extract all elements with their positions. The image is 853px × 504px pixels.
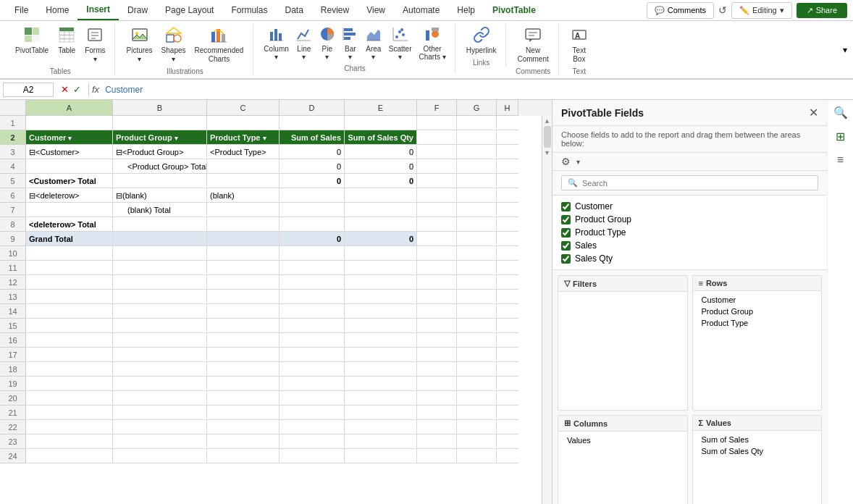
- comments-button[interactable]: 💬 Comments: [647, 2, 714, 19]
- cell-f4[interactable]: [417, 159, 457, 174]
- cancel-formula-icon[interactable]: ✕: [61, 84, 69, 95]
- row-header-13[interactable]: 13: [0, 290, 26, 304]
- cell-a2[interactable]: Customer ▾: [26, 130, 113, 145]
- pivot-panel-close-button[interactable]: ✕: [809, 106, 818, 119]
- row-header-10[interactable]: 10: [0, 246, 26, 261]
- pivot-row-item-customer[interactable]: Customer: [699, 294, 816, 306]
- cell-c4[interactable]: [207, 159, 280, 174]
- cell-c2[interactable]: Product Type ▾: [207, 130, 280, 145]
- pivot-area-filters-body[interactable]: [558, 292, 687, 324]
- cell-f6[interactable]: [417, 188, 457, 203]
- pivot-value-item-sum-sales-qty[interactable]: Sum of Sales Qty: [699, 445, 816, 457]
- list-side-icon[interactable]: ≡: [837, 154, 844, 167]
- field-checkbox-sales[interactable]: [561, 241, 571, 251]
- undo-icon[interactable]: ↺: [718, 4, 727, 16]
- line-chart-button[interactable]: Line▾: [293, 24, 315, 63]
- text-box-button[interactable]: A TextBox: [566, 24, 592, 66]
- cell-f9[interactable]: [417, 232, 457, 246]
- cell-b9[interactable]: [113, 232, 207, 246]
- cell-h3[interactable]: [497, 145, 518, 159]
- table-button[interactable]: Table: [54, 24, 80, 57]
- pivot-column-item-values[interactable]: Values: [564, 434, 681, 446]
- row-header-21[interactable]: 21: [0, 406, 26, 420]
- cell-g5[interactable]: [457, 174, 497, 188]
- cell-f2[interactable]: [417, 130, 457, 145]
- cell-g4[interactable]: [457, 159, 497, 174]
- cell-d3[interactable]: 0: [280, 145, 345, 159]
- row-header-2[interactable]: 2: [0, 130, 26, 145]
- cell-e4[interactable]: 0: [345, 159, 417, 174]
- tab-draw[interactable]: Draw: [119, 1, 156, 20]
- tab-insert[interactable]: Insert: [77, 0, 119, 20]
- cell-g3[interactable]: [457, 145, 497, 159]
- cell-f5[interactable]: [417, 174, 457, 188]
- cell-b8[interactable]: [113, 217, 207, 232]
- cell-b6[interactable]: ⊟(blank): [113, 188, 207, 203]
- row-header-12[interactable]: 12: [0, 275, 26, 290]
- pie-chart-button[interactable]: Pie▾: [316, 24, 338, 63]
- cell-d9[interactable]: 0: [280, 232, 345, 246]
- pivot-settings-arrow-icon[interactable]: ▾: [576, 158, 580, 166]
- cell-c3[interactable]: <Product Type>: [207, 145, 280, 159]
- row-header-4[interactable]: 4: [0, 159, 26, 174]
- cell-c7[interactable]: [207, 203, 280, 217]
- cell-h9[interactable]: [497, 232, 518, 246]
- cell-a6[interactable]: ⊟<deleterow>: [26, 188, 113, 203]
- cell-h4[interactable]: [497, 159, 518, 174]
- cell-e1[interactable]: [345, 116, 417, 130]
- cell-e5[interactable]: 0: [345, 174, 417, 188]
- cell-e3[interactable]: 0: [345, 145, 417, 159]
- cell-a5[interactable]: <Customer> Total: [26, 174, 113, 188]
- tab-pivottable[interactable]: PivotTable: [484, 1, 545, 20]
- cell-c5[interactable]: [207, 174, 280, 188]
- scroll-thumb-v[interactable]: [544, 126, 551, 148]
- column-chart-button[interactable]: Column▾: [261, 24, 291, 63]
- cell-a4[interactable]: [26, 159, 113, 174]
- row-header-15[interactable]: 15: [0, 319, 26, 333]
- cell-h5[interactable]: [497, 174, 518, 188]
- scroll-down-icon[interactable]: ▼: [544, 149, 550, 156]
- share-button[interactable]: ↗ Share: [797, 3, 847, 18]
- cell-g6[interactable]: [457, 188, 497, 203]
- row-header-5[interactable]: 5: [0, 174, 26, 188]
- cell-b5[interactable]: [113, 174, 207, 188]
- cell-d2[interactable]: Sum of Sales: [280, 130, 345, 145]
- cell-h2[interactable]: [497, 130, 518, 145]
- hyperlink-button[interactable]: Hyperlink: [463, 24, 500, 57]
- other-charts-button[interactable]: OtherCharts ▾: [416, 24, 449, 63]
- cell-c1[interactable]: [207, 116, 280, 130]
- formula-input[interactable]: Customer: [102, 83, 850, 96]
- cell-c8[interactable]: [207, 217, 280, 232]
- cell-a9[interactable]: Grand Total: [26, 232, 113, 246]
- tab-automate[interactable]: Automate: [394, 1, 448, 20]
- new-comment-button[interactable]: NewComment: [513, 24, 552, 66]
- cell-c9[interactable]: [207, 232, 280, 246]
- field-checkbox-product-type[interactable]: [561, 228, 571, 238]
- col-header-f[interactable]: F: [417, 100, 457, 116]
- row-header-23[interactable]: 23: [0, 434, 26, 449]
- vertical-scrollbar[interactable]: ▲ ▼: [542, 116, 552, 504]
- pictures-button[interactable]: Pictures▾: [122, 24, 156, 66]
- scroll-up-icon[interactable]: ▲: [544, 117, 550, 125]
- row-header-14[interactable]: 14: [0, 304, 26, 319]
- cell-d6[interactable]: [280, 188, 345, 203]
- pivot-row-item-product-group[interactable]: Product Group: [699, 306, 816, 317]
- cell-e7[interactable]: [345, 203, 417, 217]
- cell-e6[interactable]: [345, 188, 417, 203]
- pivottable-button[interactable]: PivotTable: [12, 24, 52, 57]
- shapes-button[interactable]: Shapes▾: [158, 24, 190, 66]
- cell-a1[interactable]: [26, 116, 113, 130]
- tab-data[interactable]: Data: [276, 1, 311, 20]
- cell-d1[interactable]: [280, 116, 345, 130]
- cell-h6[interactable]: [497, 188, 518, 203]
- row-header-16[interactable]: 16: [0, 333, 26, 348]
- col-header-a[interactable]: A: [26, 100, 113, 116]
- cell-d5[interactable]: 0: [280, 174, 345, 188]
- row-header-7[interactable]: 7: [0, 203, 26, 217]
- scatter-chart-button[interactable]: Scatter▾: [386, 24, 415, 63]
- bar-chart-button[interactable]: Bar▾: [340, 24, 361, 63]
- cell-e9[interactable]: 0: [345, 232, 417, 246]
- cell-c6[interactable]: (blank): [207, 188, 280, 203]
- cell-d4[interactable]: 0: [280, 159, 345, 174]
- cell-b4[interactable]: <Product Group> Total: [113, 159, 207, 174]
